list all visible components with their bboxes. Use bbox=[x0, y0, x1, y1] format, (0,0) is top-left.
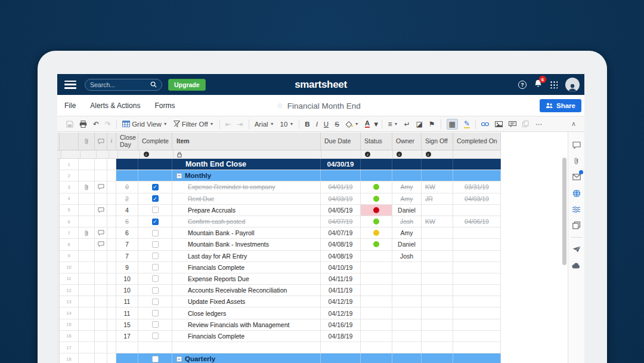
italic-button[interactable]: I bbox=[316, 121, 318, 128]
activity-log-icon[interactable] bbox=[568, 201, 585, 217]
cell-row-action[interactable] bbox=[107, 342, 116, 353]
cell-comments[interactable] bbox=[95, 273, 107, 284]
search-input[interactable]: Search... bbox=[85, 79, 162, 91]
cell-row-action[interactable] bbox=[107, 170, 116, 181]
cell-attachments[interactable] bbox=[79, 296, 95, 307]
apps-grid-icon[interactable] bbox=[550, 81, 558, 88]
cell-sign-off[interactable] bbox=[422, 251, 453, 262]
checkbox[interactable]: ✓ bbox=[152, 219, 159, 225]
cell-due-date[interactable]: 04/11/19 bbox=[321, 273, 361, 284]
cell-row-action[interactable] bbox=[107, 216, 116, 227]
send-icon[interactable] bbox=[568, 241, 585, 257]
cell-item[interactable]: Review Financials with Management bbox=[172, 319, 321, 330]
cell-item[interactable]: Month End Close bbox=[172, 159, 321, 170]
header-sign-off[interactable]: Sign Off bbox=[422, 133, 453, 150]
cell-attachments[interactable] bbox=[79, 227, 95, 238]
cell-complete[interactable] bbox=[138, 251, 172, 262]
cell-close-day[interactable]: 10 bbox=[116, 285, 138, 296]
cell-sign-off[interactable] bbox=[422, 239, 453, 250]
cell-status[interactable] bbox=[361, 159, 392, 170]
cell-due-date[interactable]: 04/05/19 bbox=[321, 205, 361, 216]
cell-sign-off[interactable] bbox=[422, 227, 453, 238]
checkbox[interactable]: ✓ bbox=[152, 184, 159, 190]
cell-completed-on[interactable]: 04/03/19 bbox=[453, 193, 501, 204]
cell-status[interactable] bbox=[361, 342, 392, 353]
checkbox[interactable] bbox=[152, 310, 159, 316]
cell-complete[interactable] bbox=[138, 262, 172, 273]
cell-item[interactable]: Confirm cash posted bbox=[172, 216, 321, 227]
cell-comments[interactable] bbox=[95, 216, 107, 227]
cell-complete[interactable] bbox=[138, 307, 172, 318]
cell-comments[interactable] bbox=[95, 262, 107, 273]
cell-complete[interactable]: ✓ bbox=[138, 216, 172, 227]
cell-comments[interactable] bbox=[95, 353, 107, 363]
row-number[interactable]: 13 bbox=[60, 296, 79, 307]
clear-format-button[interactable]: ◪ bbox=[416, 121, 423, 128]
vertical-scrollbar[interactable] bbox=[562, 158, 566, 265]
cell-complete[interactable] bbox=[138, 353, 172, 363]
cell-status[interactable] bbox=[361, 182, 392, 192]
cell-completed-on[interactable] bbox=[453, 159, 501, 170]
cell-attachments[interactable] bbox=[79, 331, 95, 342]
cell-row-action[interactable] bbox=[107, 273, 116, 284]
cell-complete[interactable] bbox=[138, 331, 172, 342]
cell-close-day[interactable]: 11 bbox=[116, 296, 138, 307]
cell-status[interactable] bbox=[361, 353, 392, 363]
cell-item[interactable] bbox=[172, 342, 321, 353]
cell-comments[interactable] bbox=[95, 205, 107, 216]
cell-complete[interactable] bbox=[138, 273, 172, 284]
row-number[interactable]: 14 bbox=[60, 307, 79, 318]
cell-due-date[interactable]: 04/03/19 bbox=[321, 193, 361, 204]
cell-status[interactable] bbox=[361, 239, 392, 250]
cell-completed-on[interactable] bbox=[453, 239, 501, 250]
highlight-pen-button[interactable]: ✎ bbox=[464, 120, 470, 128]
cell-comments[interactable] bbox=[95, 331, 107, 342]
cell-owner[interactable] bbox=[392, 273, 422, 284]
font-size-selector[interactable]: 10▼ bbox=[280, 121, 294, 128]
cell-row-action[interactable] bbox=[107, 331, 116, 342]
cell-sign-off[interactable] bbox=[422, 353, 453, 363]
cell-due-date[interactable]: 04/08/19 bbox=[321, 251, 361, 262]
cell-close-day[interactable] bbox=[116, 170, 138, 181]
cell-completed-on[interactable] bbox=[453, 319, 501, 330]
cell-close-day[interactable]: 2 bbox=[116, 193, 138, 204]
cell-due-date[interactable]: 04/18/19 bbox=[321, 331, 361, 342]
cell-status[interactable] bbox=[361, 262, 392, 273]
cell-close-day[interactable] bbox=[116, 342, 138, 353]
cell-due-date[interactable]: 04/11/19 bbox=[321, 285, 361, 296]
header-completed-on[interactable]: Completed On bbox=[453, 133, 501, 150]
cell-row-action[interactable] bbox=[107, 319, 116, 330]
cell-attachments[interactable] bbox=[79, 182, 95, 192]
cell-sign-off[interactable] bbox=[422, 319, 453, 330]
cell-sign-off[interactable] bbox=[422, 205, 453, 216]
checkbox[interactable] bbox=[152, 287, 159, 294]
cell-due-date[interactable]: 04/07/19 bbox=[321, 227, 361, 238]
cell-completed-on[interactable] bbox=[453, 273, 501, 284]
cell-close-day[interactable]: 9 bbox=[116, 262, 138, 273]
cell-attachments[interactable] bbox=[79, 159, 95, 170]
header-comments[interactable] bbox=[95, 133, 107, 150]
cell-status[interactable] bbox=[361, 227, 392, 238]
cell-comments[interactable] bbox=[95, 251, 107, 262]
cell-status[interactable] bbox=[361, 319, 392, 330]
header-status[interactable]: Status bbox=[361, 133, 392, 150]
cell-row-action[interactable] bbox=[107, 239, 116, 250]
cell-due-date[interactable]: 04/07/19 bbox=[321, 216, 361, 227]
cell-attachments[interactable] bbox=[79, 285, 95, 296]
cell-complete[interactable] bbox=[138, 227, 172, 238]
text-color-caret[interactable]: ▼ bbox=[373, 121, 379, 128]
text-color-button[interactable]: A bbox=[365, 120, 370, 128]
cell-close-day[interactable]: 15 bbox=[116, 319, 138, 330]
row-number[interactable]: 10 bbox=[60, 262, 79, 273]
cell-completed-on[interactable] bbox=[453, 331, 501, 342]
cell-owner[interactable] bbox=[392, 307, 422, 318]
cell-row-action[interactable] bbox=[107, 159, 116, 170]
cell-complete[interactable] bbox=[138, 285, 172, 296]
header-attachments[interactable] bbox=[79, 133, 95, 150]
notifications-button[interactable]: 6 bbox=[534, 79, 542, 90]
cell-due-date[interactable]: 04/12/19 bbox=[321, 296, 361, 307]
cell-close-day[interactable]: 7 bbox=[116, 251, 138, 262]
cell-attachments[interactable] bbox=[79, 193, 95, 204]
cell-close-day[interactable]: 10 bbox=[116, 273, 138, 284]
cell-row-action[interactable] bbox=[107, 182, 116, 192]
